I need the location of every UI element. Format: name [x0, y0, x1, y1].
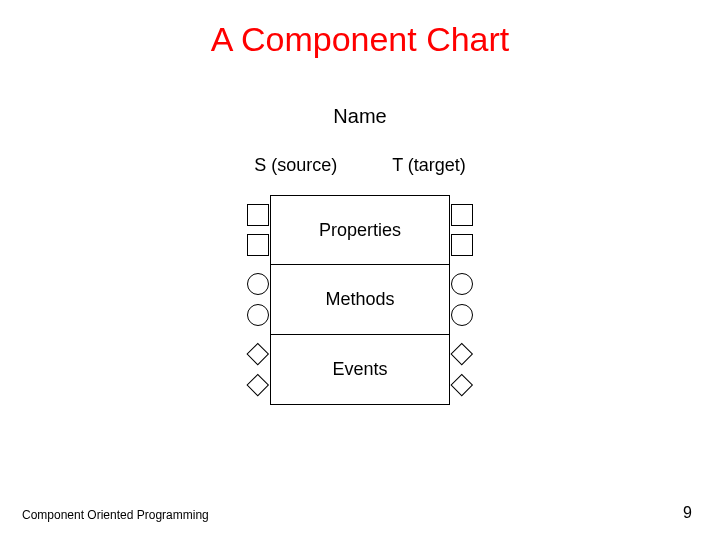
event-port-diamond-icon [247, 374, 269, 396]
method-port-circle-icon [247, 273, 269, 295]
component-diagram: Properties Methods Events [270, 195, 450, 405]
events-section: Events [270, 335, 450, 405]
method-port-circle-icon [247, 304, 269, 326]
component-name-label: Name [0, 105, 720, 128]
events-label: Events [332, 359, 387, 380]
target-label: T (target) [392, 155, 466, 176]
page-number: 9 [683, 504, 692, 522]
property-port-square-icon [451, 204, 473, 226]
slide-title: A Component Chart [0, 20, 720, 59]
event-port-diamond-icon [451, 343, 473, 365]
method-port-circle-icon [451, 304, 473, 326]
properties-section: Properties [270, 195, 450, 265]
source-target-row: S (source) T (target) [0, 155, 720, 176]
property-port-square-icon [451, 234, 473, 256]
property-port-square-icon [247, 234, 269, 256]
properties-label: Properties [319, 220, 401, 241]
method-port-circle-icon [451, 273, 473, 295]
event-port-diamond-icon [451, 374, 473, 396]
methods-section: Methods [270, 265, 450, 335]
property-port-square-icon [247, 204, 269, 226]
footer-text: Component Oriented Programming [22, 508, 209, 522]
methods-label: Methods [325, 289, 394, 310]
event-port-diamond-icon [247, 343, 269, 365]
source-label: S (source) [254, 155, 337, 176]
